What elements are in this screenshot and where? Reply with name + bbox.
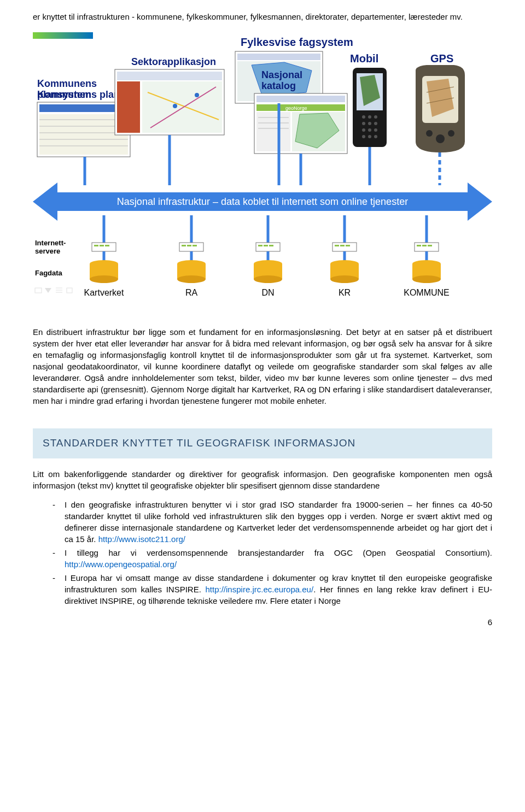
list-item: - I Europa har vi omsatt mange av disse …	[52, 572, 492, 607]
dash: -	[52, 572, 65, 607]
list-item: - I tillegg har vi verdensomspennende br…	[52, 547, 492, 570]
svg-rect-65	[422, 245, 427, 246]
dash: -	[52, 547, 65, 570]
svg-rect-64	[417, 245, 421, 246]
svg-rect-63	[415, 243, 439, 251]
bullet-link[interactable]: http://www.isotc211.org/	[98, 534, 185, 544]
svg-rect-57	[264, 245, 268, 246]
dash: -	[52, 499, 65, 545]
svg-rect-8	[117, 81, 140, 133]
svg-point-29	[374, 122, 377, 125]
label-gps: GPS	[430, 52, 453, 64]
cylinder-row	[90, 260, 441, 283]
bullet-link[interactable]: http://inspire.jrc.ec.europa.eu/	[206, 585, 314, 594]
svg-point-13	[195, 93, 199, 97]
svg-point-30	[362, 128, 365, 132]
svg-point-34	[368, 135, 371, 138]
gradient-bar	[33, 32, 93, 39]
svg-rect-49	[100, 245, 104, 246]
svg-point-26	[374, 115, 377, 119]
svg-point-32	[374, 128, 377, 132]
svg-rect-48	[94, 245, 98, 246]
svg-rect-54	[192, 245, 197, 246]
svg-point-77	[177, 275, 206, 283]
svg-rect-56	[258, 245, 262, 246]
svg-point-86	[412, 275, 441, 283]
svg-point-12	[173, 104, 177, 108]
source-2: DN	[261, 288, 274, 297]
server-row	[92, 243, 439, 251]
svg-rect-55	[256, 243, 280, 251]
svg-rect-53	[187, 245, 191, 246]
label-internett-line1: Internett-	[35, 239, 66, 247]
svg-rect-16	[256, 96, 345, 102]
source-0: Kartverket	[84, 288, 124, 297]
svg-rect-52	[182, 245, 186, 246]
svg-rect-91	[67, 288, 72, 293]
svg-rect-60	[335, 245, 339, 246]
svg-point-31	[368, 128, 371, 132]
geonorge-label: geoNorge	[285, 105, 307, 111]
svg-rect-14	[237, 54, 320, 60]
source-1: RA	[185, 288, 198, 297]
svg-rect-62	[346, 245, 350, 246]
diagram-svg: Kommunens plansystem Kommunens plansyste…	[33, 32, 492, 316]
svg-rect-18	[256, 112, 290, 151]
bullet-list: - I den geografiske infrastrukturen beny…	[52, 499, 492, 607]
source-4: KOMMUNE	[404, 288, 450, 297]
infrastructure-diagram: Kommunens plansystem Kommunens plansyste…	[33, 32, 492, 316]
section-intro: Litt om bakenforliggende standarder og d…	[33, 468, 492, 491]
svg-point-40	[436, 134, 445, 143]
section-header: STANDARDER KNYTTET TIL GEOGRAFISK INFORM…	[33, 428, 492, 458]
svg-rect-58	[269, 245, 273, 246]
label-plansystem-line2: plansystem	[37, 89, 91, 100]
svg-point-27	[362, 122, 365, 125]
svg-point-33	[362, 135, 365, 138]
svg-rect-59	[332, 243, 357, 251]
svg-rect-66	[428, 245, 432, 246]
bullet-text: I tillegg har vi verdensomspennende bran…	[65, 548, 492, 557]
svg-point-24	[362, 115, 365, 119]
list-item: - I den geografiske infrastrukturen beny…	[52, 499, 492, 545]
svg-point-83	[330, 275, 359, 283]
svg-rect-61	[340, 245, 345, 246]
svg-rect-50	[105, 245, 109, 246]
svg-point-25	[368, 115, 371, 119]
label-sektor: Sektorapplikasjon	[131, 56, 216, 67]
source-3: KR	[339, 288, 351, 297]
label-plansystem-line1: Kommunens	[37, 78, 97, 89]
svg-point-74	[90, 275, 118, 283]
mid-paragraph: En distribuert infrastruktur bør ligge s…	[33, 326, 492, 407]
bullet-link[interactable]: http://www.opengeospatial.org/	[65, 560, 177, 569]
svg-rect-47	[92, 243, 116, 251]
label-katalog-line1: Nasjonal	[261, 69, 302, 80]
svg-point-28	[368, 122, 371, 125]
label-internett-line2: servere	[35, 247, 60, 255]
label-fylkesvise: Fylkesvise fagsystem	[241, 36, 353, 48]
label-fagdata: Fagdata	[35, 269, 63, 277]
slide-toolbar	[35, 288, 72, 293]
svg-rect-87	[35, 288, 42, 293]
svg-point-41	[448, 130, 454, 137]
arrow-text: Nasjonal infrastruktur – data koblet til…	[117, 196, 408, 207]
label-mobil: Mobil	[350, 52, 378, 64]
svg-point-39	[426, 130, 433, 137]
svg-rect-51	[179, 243, 203, 251]
svg-point-35	[374, 135, 377, 138]
svg-point-80	[254, 275, 282, 283]
intro-paragraph: er knyttet til infrastrukturen - kommune…	[33, 11, 492, 22]
page-number: 6	[33, 616, 492, 628]
label-katalog-line2: katalog	[261, 80, 296, 91]
svg-rect-7	[117, 72, 222, 80]
